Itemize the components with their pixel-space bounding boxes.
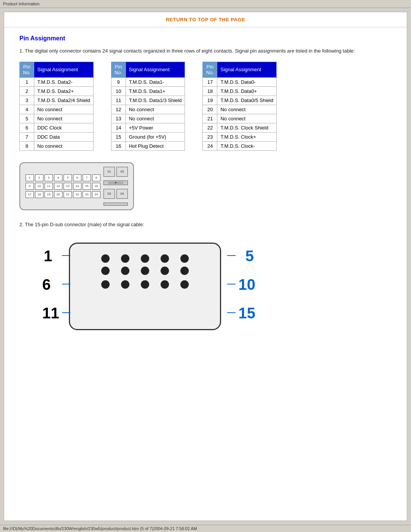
pin-number: 3 [20, 96, 34, 105]
pin-number: 5 [20, 114, 34, 123]
pin-number: 21 [203, 114, 217, 123]
signal-assignment: T.M.D.S. Clock+ [217, 132, 277, 141]
table-row: 20No connect [203, 105, 277, 114]
signal-assignment: T.M.D.S. Data2/4 Shield [34, 96, 94, 105]
pin-number: 14 [111, 123, 126, 132]
status-bar-text: file:///D|/My%20Documents/dfu/230W/engli… [3, 526, 197, 531]
signal-assignment: No connect [126, 105, 185, 114]
table-row: 18T.M.D.S. Data0+ [203, 86, 277, 96]
dvi-side-connectors: C1 C2 + C3 [104, 167, 128, 206]
dsub-pin [141, 267, 149, 275]
pin-number: 12 [111, 105, 126, 114]
dvi-pin: 20 [54, 191, 62, 198]
table-row: 16Hot Plug Detect [111, 141, 185, 150]
dsub-pin [101, 280, 110, 289]
table-row: 14+5V Power [111, 123, 185, 132]
dsub-row-2 [70, 267, 220, 275]
pin-number: 1 [20, 77, 34, 86]
table-row: 9T.M.D.S. Data1- [111, 77, 185, 86]
dsub-label-6: 6 [42, 276, 51, 293]
dvi-pin: 16 [92, 183, 100, 190]
status-bar: file:///D|/My%20Documents/dfu/230W/engli… [0, 525, 411, 532]
dvi-pin: 5 [64, 174, 72, 181]
dvi-pin: 24 [92, 191, 100, 198]
signal-assignment: T.M.D.S. Data1- [126, 77, 185, 86]
table2-body: 9T.M.D.S. Data1-10T.M.D.S. Data1+11T.M.D… [111, 77, 185, 150]
pin-number: 4 [20, 105, 34, 114]
top-bar-label: Product Information [3, 2, 40, 6]
return-link-bar: RETURN TO TOP OF THE PAGE [4, 12, 407, 27]
dsub-line-6 [62, 284, 70, 284]
dsub-pin [121, 280, 129, 289]
pin-number: 6 [20, 123, 34, 132]
return-to-top-link[interactable]: RETURN TO TOP OF THE PAGE [166, 17, 245, 22]
signal-assignment: T.M.D.S. Data0+ [217, 86, 277, 96]
pin-number: 19 [203, 96, 217, 105]
table-row: 7DDC Data [20, 132, 94, 141]
top-bar: Product Information [0, 0, 411, 8]
table-row: 21No connect [203, 114, 277, 123]
pin-number: 20 [203, 105, 217, 114]
dsub-pin [161, 267, 169, 275]
table-row: 5No connect [20, 114, 94, 123]
table-row: 13No connect [111, 114, 185, 123]
table3-header-pin: PinNo. [203, 62, 217, 77]
signal-assignment: DDC Clock [34, 123, 94, 132]
table2-header-signal: Signal Assignment [126, 62, 185, 77]
pin-number: 2 [20, 86, 34, 96]
dsub-line-11 [62, 312, 70, 313]
intro-text: 1. The digital only connector contains 2… [19, 47, 392, 55]
table-row: 3T.M.D.S. Data2/4 Shield [20, 96, 94, 105]
dvi-row-2: 910111213141516 [25, 183, 100, 190]
pin-number: 23 [203, 132, 217, 141]
signal-assignment: +5V Power [126, 123, 185, 132]
dsub-pin [161, 254, 169, 263]
pin-table-1: PinNo. Signal Assignment 1T.M.D.S. Data2… [19, 62, 94, 151]
dvi-side-bar: + [104, 181, 128, 185]
dvi-pin: 3 [45, 174, 53, 181]
dsub-pin [121, 267, 129, 275]
dsub-row-3 [70, 280, 220, 289]
table-row: 24T.M.D.S. Clock- [203, 141, 277, 150]
table1-header-pin: PinNo. [20, 62, 34, 77]
signal-assignment: No connect [217, 105, 277, 114]
signal-assignment: No connect [34, 141, 94, 150]
dvi-pin: 11 [45, 183, 53, 190]
table-row: 15Ground (for +5V) [111, 132, 185, 141]
dvi-pin: 1 [25, 174, 34, 181]
dvi-pin: 12 [54, 183, 62, 190]
pin-number: 17 [203, 77, 217, 86]
dvi-pin: 4 [54, 174, 62, 181]
dvi-side-c2: C2 [116, 167, 128, 177]
pin-number: 10 [111, 86, 126, 96]
dvi-pin: 2 [35, 174, 43, 181]
pin-table-2: PinNo. Signal Assignment 9T.M.D.S. Data1… [111, 62, 185, 151]
dsub-shell [69, 243, 221, 330]
dvi-pin: 17 [25, 191, 34, 198]
pin-number: 16 [111, 141, 126, 150]
dsub-pin [180, 280, 189, 289]
table1-body: 1T.M.D.S. Data2-2T.M.D.S. Data2+3T.M.D.S… [20, 77, 94, 150]
table3-body: 17T.M.D.S. Data0-18T.M.D.S. Data0+19T.M.… [203, 77, 277, 150]
dvi-pin: 6 [73, 174, 81, 181]
table-row: 19T.M.D.S. Data0/5 Shield [203, 96, 277, 105]
dvi-pin: 13 [64, 183, 72, 190]
dvi-pin: 8 [92, 174, 100, 181]
dvi-pin: 14 [73, 183, 81, 190]
signal-assignment: T.M.D.S. Clock Shield [217, 123, 277, 132]
dsub-label-5: 5 [245, 248, 254, 265]
dsub-label-11: 11 [42, 305, 59, 322]
signal-assignment: No connect [34, 114, 94, 123]
signal-assignment: No connect [217, 114, 277, 123]
dvi-side-c1: C1 [104, 167, 115, 177]
table-row: 11T.M.D.S. Data1/3 Shield [111, 96, 185, 105]
content-frame: RETURN TO TOP OF THE PAGE Pin Assignment… [4, 12, 407, 521]
table-row: 8No connect [20, 141, 94, 150]
dvi-connector-diagram: 12345678 910111213141516 171819202122232… [19, 162, 392, 210]
table-row: 17T.M.D.S. Data0- [203, 77, 277, 86]
page-content: Pin Assignment 1. The digital only conne… [4, 27, 407, 521]
dvi-pin: 15 [83, 183, 91, 190]
dvi-pin: 21 [64, 191, 72, 198]
dsub-line-5 [227, 255, 236, 256]
signal-assignment: T.M.D.S. Data0- [217, 77, 277, 86]
